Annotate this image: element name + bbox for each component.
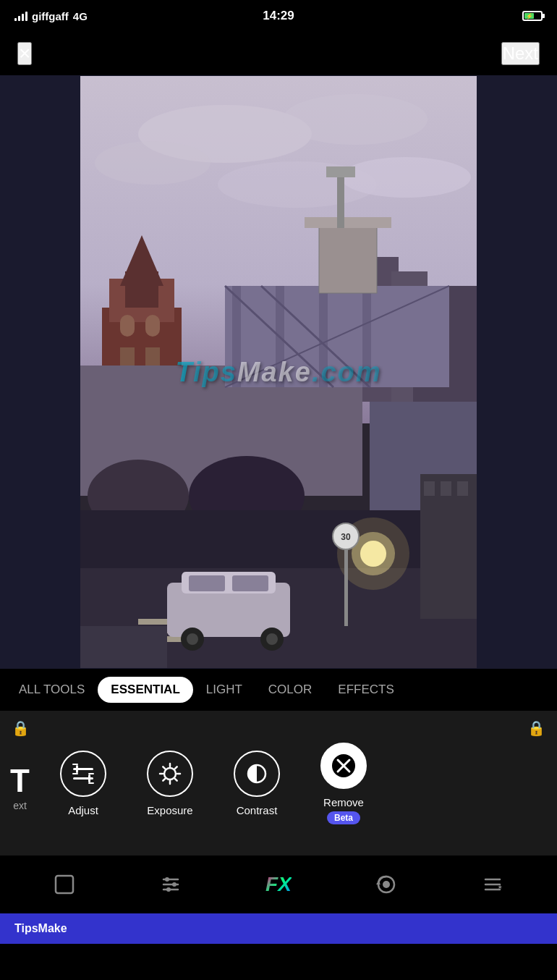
sliders-icon xyxy=(160,874,182,895)
svg-point-88 xyxy=(165,877,169,882)
tab-color[interactable]: COLOR xyxy=(255,677,325,703)
remove-icon xyxy=(320,743,367,789)
svg-rect-32 xyxy=(326,166,355,177)
lock-icon-left: 🔒 xyxy=(12,719,30,737)
nav-frames[interactable] xyxy=(54,874,75,895)
exposure-icon xyxy=(147,751,193,797)
svg-point-48 xyxy=(187,633,198,645)
signal-bar-1 xyxy=(14,18,17,21)
svg-rect-66 xyxy=(88,774,90,782)
svg-rect-84 xyxy=(56,876,73,893)
svg-rect-68 xyxy=(72,773,78,774)
svg-rect-62 xyxy=(457,481,468,496)
fx-icon: FX xyxy=(265,873,292,896)
tab-essential[interactable]: ESSENTIAL xyxy=(98,677,192,703)
svg-rect-65 xyxy=(76,765,78,773)
menu-icon xyxy=(482,874,503,895)
svg-rect-25 xyxy=(362,286,371,387)
text-tool[interactable]: T ext xyxy=(0,758,40,819)
scene-svg: 30 xyxy=(80,76,477,668)
remove-tool[interactable]: Remove Beta xyxy=(300,735,387,832)
battery-fill: ⚡ xyxy=(524,13,534,19)
image-container: 30 TipsMake.com xyxy=(0,75,557,669)
svg-point-50 xyxy=(266,633,278,645)
svg-rect-46 xyxy=(232,575,268,591)
battery-icon: ⚡ xyxy=(522,11,543,21)
exposure-tool[interactable]: Exposure xyxy=(127,743,213,824)
frames-icon xyxy=(54,874,75,895)
photo-canvas: 30 TipsMake.com xyxy=(80,76,477,668)
svg-rect-60 xyxy=(424,481,435,496)
svg-line-76 xyxy=(163,766,165,769)
next-button[interactable]: Next xyxy=(501,42,540,65)
tabs-row: ALL TOOLS ESSENTIAL LIGHT COLOR EFFECTS xyxy=(0,669,557,711)
tips-footer: TipsMake xyxy=(0,913,557,944)
exposure-label: Exposure xyxy=(147,804,192,816)
svg-rect-42 xyxy=(80,626,167,668)
tips-brand: TipsMake xyxy=(14,922,67,935)
svg-line-77 xyxy=(175,778,177,780)
tab-light[interactable]: LIGHT xyxy=(193,677,255,703)
nav-fx[interactable]: FX xyxy=(265,873,292,896)
svg-marker-97 xyxy=(498,885,502,890)
svg-point-89 xyxy=(172,882,177,887)
battery-bolt: ⚡ xyxy=(526,13,533,20)
nav-menu[interactable] xyxy=(482,874,503,895)
lock-icon-right: 🔒 xyxy=(527,719,545,737)
svg-rect-13 xyxy=(125,271,158,308)
svg-rect-67 xyxy=(72,764,78,765)
adjust-label: Adjust xyxy=(68,804,98,816)
text-tool-label: ext xyxy=(13,800,27,811)
close-button[interactable]: × xyxy=(17,42,32,65)
svg-rect-29 xyxy=(319,221,377,293)
signal-bar-2 xyxy=(18,16,20,21)
beta-badge: Beta xyxy=(327,811,360,824)
svg-rect-45 xyxy=(189,575,225,591)
svg-point-71 xyxy=(164,768,176,780)
signal-bar-4 xyxy=(25,12,27,21)
network-label: 4G xyxy=(73,10,88,22)
contrast-label: Contrast xyxy=(237,804,278,816)
tab-all-tools[interactable]: ALL TOOLS xyxy=(6,677,98,703)
svg-point-3 xyxy=(283,94,428,145)
svg-text:30: 30 xyxy=(341,532,351,542)
svg-rect-14 xyxy=(120,315,135,337)
status-bar: giffgaff 4G 14:29 ⚡ xyxy=(0,0,557,32)
contrast-tool[interactable]: Contrast xyxy=(213,743,300,824)
adjust-tool[interactable]: Adjust xyxy=(40,743,127,824)
svg-rect-15 xyxy=(145,315,160,337)
svg-rect-22 xyxy=(232,286,241,387)
status-time: 14:29 xyxy=(263,9,294,23)
tools-area: 🔒 🔒 T ext Adjust xyxy=(0,711,557,856)
svg-point-90 xyxy=(166,887,171,892)
svg-rect-70 xyxy=(88,782,94,784)
signal-bar-3 xyxy=(22,14,24,21)
svg-line-79 xyxy=(163,778,165,780)
adjust-svg xyxy=(70,761,96,787)
contrast-icon xyxy=(234,751,280,797)
svg-point-4 xyxy=(95,141,211,185)
carrier-label: giffgaff xyxy=(32,10,69,22)
bottom-nav: FX xyxy=(0,856,557,913)
text-T-icon: T xyxy=(10,765,30,797)
svg-rect-69 xyxy=(88,773,94,774)
history-icon xyxy=(375,874,397,895)
tab-effects[interactable]: EFFECTS xyxy=(325,677,407,703)
svg-rect-30 xyxy=(305,217,391,228)
svg-rect-31 xyxy=(337,170,344,228)
svg-point-92 xyxy=(383,881,390,888)
svg-rect-61 xyxy=(441,481,451,496)
top-nav: × Next xyxy=(0,32,557,75)
remove-svg xyxy=(331,753,357,779)
status-right: ⚡ xyxy=(522,11,543,21)
svg-rect-24 xyxy=(319,286,328,387)
nav-history[interactable] xyxy=(375,874,397,895)
svg-rect-56 xyxy=(344,539,348,626)
remove-label: Remove xyxy=(323,796,364,808)
signal-bars xyxy=(14,11,27,21)
adjust-icon xyxy=(60,751,106,797)
svg-line-78 xyxy=(175,766,177,769)
exposure-svg xyxy=(157,761,183,787)
nav-adjustments[interactable] xyxy=(160,874,182,895)
status-left: giffgaff 4G xyxy=(14,10,88,22)
